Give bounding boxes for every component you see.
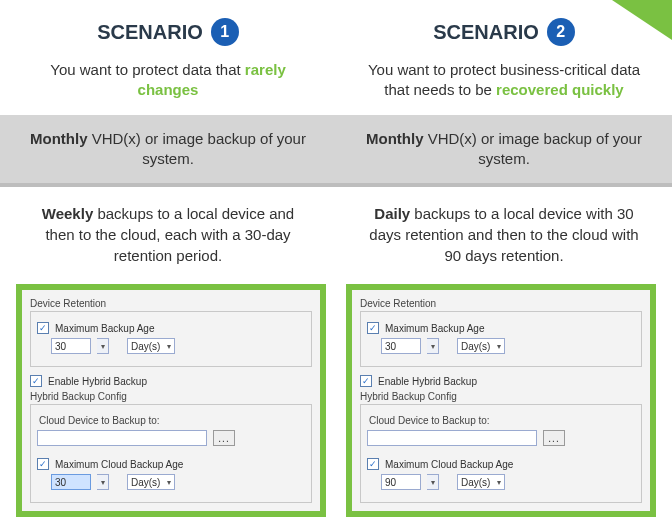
cloud-age-unit-select[interactable]: Day(s)▾: [127, 474, 175, 490]
scenario-2-band1: Monthly VHD(x) or image backup of your s…: [336, 115, 672, 184]
cloud-device-label: Cloud Device to Backup to:: [369, 415, 635, 426]
max-backup-age-label: Maximum Backup Age: [55, 323, 155, 334]
cloud-age-spinner[interactable]: ▾: [427, 474, 439, 490]
max-backup-age-checkbox[interactable]: ✓: [37, 322, 49, 334]
scenario-label: SCENARIO: [433, 21, 539, 44]
scenario-2-number-icon: 2: [547, 18, 575, 46]
max-backup-age-label: Maximum Backup Age: [385, 323, 485, 334]
hybrid-config-fieldset: Cloud Device to Backup to: ... ✓ Maximum…: [360, 404, 642, 503]
cloud-age-input[interactable]: 90: [381, 474, 421, 490]
browse-button[interactable]: ...: [543, 430, 565, 446]
scenario-1-band2: Weekly backups to a local device and the…: [0, 187, 336, 284]
corner-decoration: [612, 0, 672, 40]
device-retention-label: Device Retention: [360, 298, 642, 309]
scenario-2-description: You want to protect business-critical da…: [336, 54, 672, 115]
chevron-down-icon: ▾: [101, 342, 105, 351]
config-panel-right: Device Retention ✓ Maximum Backup Age 30…: [346, 284, 656, 517]
device-retention-fieldset: ✓ Maximum Backup Age 30▾ Day(s)▾: [360, 311, 642, 367]
chevron-down-icon: ▾: [167, 342, 171, 351]
local-age-spinner[interactable]: ▾: [97, 338, 109, 354]
enable-hybrid-label: Enable Hybrid Backup: [48, 376, 147, 387]
enable-hybrid-checkbox[interactable]: ✓: [30, 375, 42, 387]
local-age-input[interactable]: 30: [51, 338, 91, 354]
scenario-label: SCENARIO: [97, 21, 203, 44]
scenario-1-number-icon: 1: [211, 18, 239, 46]
chevron-down-icon: ▾: [431, 342, 435, 351]
band-strong: Daily: [374, 205, 410, 222]
cloud-device-label: Cloud Device to Backup to:: [39, 415, 305, 426]
max-backup-age-checkbox[interactable]: ✓: [367, 322, 379, 334]
header-row: SCENARIO 1 You want to protect data that…: [0, 0, 672, 115]
scenario-1-band1: Monthly VHD(x) or image backup of your s…: [0, 115, 336, 184]
band-1-row: Monthly VHD(x) or image backup of your s…: [0, 115, 672, 184]
chevron-down-icon: ▾: [101, 478, 105, 487]
band-strong: Monthly: [366, 130, 424, 147]
hybrid-config-fieldset: Cloud Device to Backup to: ... ✓ Maximum…: [30, 404, 312, 503]
cloud-device-input[interactable]: [37, 430, 207, 446]
local-age-input[interactable]: 30: [381, 338, 421, 354]
band-strong: Monthly: [30, 130, 88, 147]
scenario-2-band2: Daily backups to a local device with 30 …: [336, 187, 672, 284]
enable-hybrid-label: Enable Hybrid Backup: [378, 376, 477, 387]
cloud-age-spinner[interactable]: ▾: [97, 474, 109, 490]
local-age-spinner[interactable]: ▾: [427, 338, 439, 354]
cloud-age-input[interactable]: 30: [51, 474, 91, 490]
local-age-unit-select[interactable]: Day(s)▾: [457, 338, 505, 354]
enable-hybrid-checkbox[interactable]: ✓: [360, 375, 372, 387]
hybrid-config-label: Hybrid Backup Config: [360, 391, 642, 402]
band-strong: Weekly: [42, 205, 93, 222]
hybrid-config-label: Hybrid Backup Config: [30, 391, 312, 402]
select-value: Day(s): [461, 341, 490, 352]
select-value: Day(s): [461, 477, 490, 488]
max-cloud-age-checkbox[interactable]: ✓: [37, 458, 49, 470]
cloud-age-unit-select[interactable]: Day(s)▾: [457, 474, 505, 490]
cloud-device-input[interactable]: [367, 430, 537, 446]
scenario-1-description: You want to protect data that rarely cha…: [0, 54, 336, 115]
device-retention-fieldset: ✓ Maximum Backup Age 30▾ Day(s)▾: [30, 311, 312, 367]
band-text: backups to a local device with 30 days r…: [369, 205, 638, 264]
band-text: VHD(x) or image backup of your system.: [88, 130, 306, 167]
local-age-unit-select[interactable]: Day(s)▾: [127, 338, 175, 354]
select-value: Day(s): [131, 477, 160, 488]
browse-button[interactable]: ...: [213, 430, 235, 446]
band-2-row: Weekly backups to a local device and the…: [0, 187, 672, 284]
max-cloud-age-checkbox[interactable]: ✓: [367, 458, 379, 470]
config-panel-left: Device Retention ✓ Maximum Backup Age 30…: [16, 284, 326, 517]
max-cloud-age-label: Maximum Cloud Backup Age: [385, 459, 513, 470]
chevron-down-icon: ▾: [167, 478, 171, 487]
config-panels-row: Device Retention ✓ Maximum Backup Age 30…: [0, 284, 672, 517]
band-text: VHD(x) or image backup of your system.: [424, 130, 642, 167]
desc-text: You want to protect data that: [50, 61, 240, 78]
desc-highlight: recovered quickly: [496, 81, 624, 98]
select-value: Day(s): [131, 341, 160, 352]
chevron-down-icon: ▾: [431, 478, 435, 487]
chevron-down-icon: ▾: [497, 478, 501, 487]
scenario-1-title: SCENARIO 1: [97, 18, 239, 46]
chevron-down-icon: ▾: [497, 342, 501, 351]
device-retention-label: Device Retention: [30, 298, 312, 309]
max-cloud-age-label: Maximum Cloud Backup Age: [55, 459, 183, 470]
scenario-2-title: SCENARIO 2: [433, 18, 575, 46]
